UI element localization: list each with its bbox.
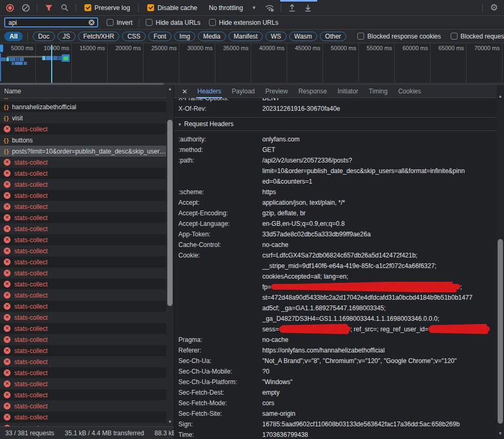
request-row[interactable]: ✕stats-collect	[0, 312, 166, 323]
tab-response[interactable]: Response	[293, 85, 332, 98]
network-overview[interactable]: 5000 ms10000 ms15000 ms20000 ms25000 ms3…	[0, 43, 504, 83]
request-row[interactable]: ✕stats-collect	[0, 212, 166, 223]
header-row: Sec-Fetch-Site:same-origin	[174, 408, 497, 419]
request-row[interactable]: ✕stats-collect	[0, 290, 166, 301]
filter-pill-font[interactable]: Font	[148, 32, 172, 41]
filter-pill-other[interactable]: Other	[320, 32, 346, 41]
request-row[interactable]: ✕stats-collect	[0, 345, 166, 356]
filter-pill-manifest[interactable]: Manifest	[229, 32, 263, 41]
request-row[interactable]: ✕stats-collect	[0, 190, 166, 201]
blocked-requests-checkbox[interactable]	[451, 33, 458, 40]
import-har-button[interactable]	[286, 2, 299, 14]
request-name: stats-collect	[14, 358, 47, 366]
filter-input[interactable]	[8, 19, 88, 26]
import-har-icon	[288, 4, 296, 12]
gear-icon: ⚙	[490, 3, 498, 12]
scroll-up-arrow[interactable]: ▲	[166, 86, 174, 92]
request-row[interactable]: ✕stats-collect	[0, 245, 166, 256]
header-value-line: application/json, text/plain, */*	[262, 197, 497, 208]
request-name: stats-collect	[14, 259, 47, 266]
request-row[interactable]: ✕stats-collect	[0, 279, 166, 290]
error-icon: ✕	[4, 214, 11, 221]
blocked-response-cookies-checkbox[interactable]	[357, 33, 364, 40]
header-value: application/json, text/plain, */*	[262, 197, 497, 208]
request-name: stats-collect	[14, 336, 47, 343]
request-row[interactable]: ✕stats-collect	[0, 157, 166, 168]
filter-pill-all[interactable]: All	[4, 32, 23, 41]
request-row[interactable]: { }hannahelizabethofficial	[0, 101, 166, 112]
clear-network-log-button[interactable]	[19, 2, 33, 14]
disable-cache-checkbox[interactable]	[147, 4, 154, 11]
scroll-down-arrow[interactable]: ▼	[166, 419, 174, 425]
scrollbar-thumb[interactable]	[167, 120, 173, 306]
scroll-down-arrow[interactable]: ▼	[497, 431, 504, 437]
hide-extension-urls-checkbox[interactable]	[209, 19, 216, 26]
request-row[interactable]: ✕stats-collect	[0, 168, 166, 179]
header-row: Time:1703636799438	[174, 430, 497, 439]
error-icon: ✕	[4, 380, 11, 387]
overview-range-handle[interactable]	[0, 44, 3, 52]
request-row[interactable]: ✕stats-collect	[0, 268, 166, 279]
request-row[interactable]: ✕stats-collect	[0, 301, 166, 312]
request-row[interactable]: ✕stats-collect	[0, 123, 166, 135]
tab-payload[interactable]: Payload	[226, 85, 260, 98]
clear-filter-icon[interactable]	[88, 19, 95, 26]
filter-pill-css[interactable]: CSS	[122, 32, 146, 41]
request-row[interactable]: { }posts?limit=10&order=publish_date_des…	[0, 146, 166, 157]
request-row[interactable]: ✕stats-collect	[0, 356, 166, 367]
request-row[interactable]: ✕stats-collect	[0, 234, 166, 245]
request-row[interactable]: ✕stats-collect	[0, 256, 166, 268]
timeline-tick-label: 40000 ms	[259, 45, 284, 51]
request-row[interactable]: ✕stats-collect	[0, 201, 166, 212]
header-value: "Windows"	[262, 377, 497, 387]
filter-pill-wasm[interactable]: Wasm	[289, 32, 318, 41]
filter-pill-img[interactable]: Img	[174, 32, 195, 41]
filter-toggle-button[interactable]	[42, 2, 55, 14]
search-button[interactable]	[58, 2, 71, 14]
tab-preview[interactable]: Preview	[260, 85, 293, 98]
overview-bar	[16, 58, 19, 61]
request-row[interactable]: ✕stats-collect	[0, 389, 166, 400]
tab-timing[interactable]: Timing	[364, 85, 393, 98]
filter-pill-ws[interactable]: WS	[265, 32, 286, 41]
scrollbar-thumb[interactable]	[498, 239, 503, 424]
details-scrollbar[interactable]: ▲ ▼	[497, 85, 504, 439]
request-name: stats-collect	[14, 159, 47, 166]
request-row[interactable]: { }buttons	[0, 135, 166, 146]
hide-data-urls-checkbox[interactable]	[146, 19, 153, 26]
close-details-button[interactable]: ✕	[178, 88, 191, 96]
request-row[interactable]: { }visit	[0, 112, 166, 123]
header-value-line: en-GB,en-US;q=0.9,en;q=0.8	[262, 218, 497, 229]
tab-initiator[interactable]: Initiator	[332, 85, 363, 98]
tab-cookies[interactable]: Cookies	[393, 85, 426, 98]
filter-pill-js[interactable]: JS	[58, 32, 75, 41]
invert-checkbox[interactable]	[107, 19, 113, 26]
redaction-scribble	[271, 284, 460, 290]
disclosure-triangle-icon[interactable]: ▾	[178, 121, 181, 127]
error-icon: ✕	[4, 403, 11, 409]
request-row[interactable]: ✕stats-collect	[0, 334, 166, 345]
throttling-select[interactable]: No throttling ▾	[209, 4, 255, 12]
preserve-log-checkbox[interactable]	[84, 4, 91, 11]
request-row[interactable]: ✕stats-collect	[0, 323, 166, 334]
settings-button[interactable]: ⚙	[487, 2, 501, 14]
filter-pill-doc[interactable]: Doc	[33, 32, 54, 41]
timeline-tick-label: 65000 ms	[439, 45, 464, 51]
filter-pill-media[interactable]: Media	[198, 32, 226, 41]
name-column-header[interactable]: Name	[0, 85, 174, 98]
header-value-line: https://onlyfans.com/hannahelizabethoffi…	[262, 345, 497, 356]
request-row[interactable]: ✕stats-collect	[0, 223, 166, 234]
request-row[interactable]: ✕stats-collect	[0, 400, 166, 412]
scroll-up-arrow[interactable]: ▲	[497, 93, 504, 100]
request-row[interactable]: ✕stats-collect	[0, 179, 166, 190]
request-row[interactable]: ✕stats-collect	[0, 423, 166, 426]
request-list-scrollbar[interactable]: ▲ ▼	[166, 85, 174, 426]
request-row[interactable]: ✕stats-collect	[0, 367, 166, 378]
record-button[interactable]	[3, 2, 17, 14]
request-row[interactable]: ✕stats-collect	[0, 378, 166, 389]
filter-pill-fetchxhr[interactable]: Fetch/XHR	[78, 32, 120, 41]
tab-headers[interactable]: Headers	[192, 85, 226, 98]
network-conditions-button[interactable]	[263, 2, 277, 14]
request-row[interactable]: ✕stats-collect	[0, 412, 166, 423]
export-har-button[interactable]	[301, 2, 315, 14]
